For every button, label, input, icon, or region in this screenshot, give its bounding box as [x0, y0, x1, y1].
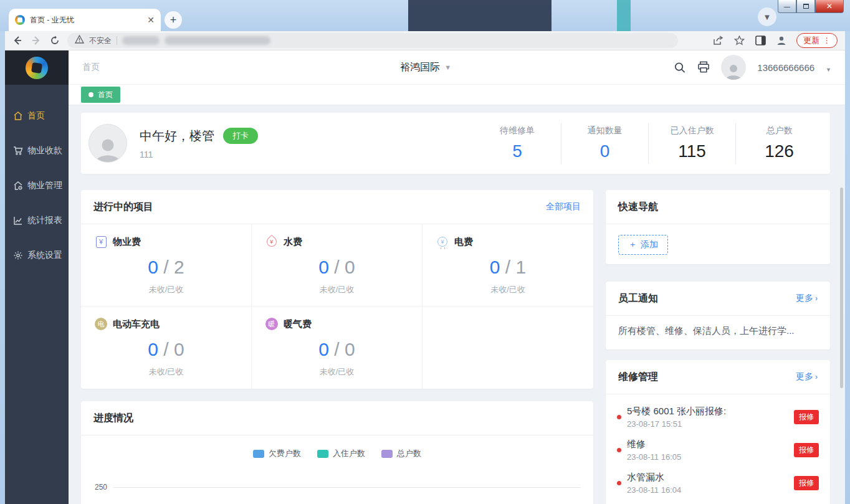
project-electric-fee[interactable]: ¥ 电费 0 / 1 未收/已收	[423, 224, 593, 307]
home-icon	[13, 111, 23, 121]
sidebar-item-property-payment[interactable]: 物业收款	[5, 133, 69, 168]
repair-time: 23-08-17 15:51	[627, 419, 788, 429]
card-title: 进度情况	[93, 412, 133, 425]
punch-in-button[interactable]: 打卡	[223, 128, 258, 144]
legend-swatch-icon	[381, 450, 393, 458]
stats-row: 待维修单 5 通知数量 0 已入住户数 115 总户数	[474, 123, 823, 164]
repair-time: 23-08-11 16:04	[627, 485, 788, 495]
notice-text[interactable]: 所有楼管、维修、保洁人员，上午进行学...	[606, 316, 830, 346]
staff-notices-card: 员工通知 更多› 所有楼管、维修、保洁人员，上午进行学...	[606, 282, 830, 349]
share-icon[interactable]	[712, 34, 724, 47]
app-window: 首页 物业收款 物业管理 统计报表 系统设置	[5, 50, 845, 504]
card-title: 员工通知	[618, 292, 658, 305]
active-tab-label: 首页	[98, 90, 113, 100]
stat-label: 待维修单	[474, 125, 561, 136]
legend-total[interactable]: 总户数	[381, 448, 421, 459]
repairs-more-link[interactable]: 更多›	[796, 371, 818, 383]
sidebar-item-statistics[interactable]: 统计报表	[5, 203, 69, 238]
electric-fee-icon: ¥	[436, 235, 449, 248]
company-name: 裕鸿国际	[400, 61, 440, 74]
address-bar[interactable]: 不安全	[67, 33, 678, 48]
legend-overdue[interactable]: 欠费户数	[253, 448, 301, 459]
company-selector[interactable]: 裕鸿国际 ▼	[400, 61, 451, 74]
close-button[interactable]: ✕	[815, 0, 844, 13]
repair-item[interactable]: 水管漏水 23-08-11 16:04 报修	[617, 467, 819, 500]
stat-label: 通知数量	[561, 125, 648, 136]
browser-titlebar: 首页 - 业无忧 ✕ + ▼ — ✕	[0, 0, 850, 31]
screen: 首页 - 业无忧 ✕ + ▼ — ✕ 不安全	[0, 0, 850, 504]
chart-icon	[13, 216, 23, 226]
tab-search-chevron-icon[interactable]: ▼	[758, 7, 776, 26]
plus-icon: ＋	[628, 239, 637, 250]
notices-more-link[interactable]: 更多›	[796, 293, 818, 304]
paid-count: 2	[174, 257, 184, 277]
greeting-avatar	[88, 124, 127, 163]
progress-card: 进度情况 欠费户数 入住户数 总户数 250	[81, 401, 593, 504]
sidebar-nav: 首页 物业收款 物业管理 统计报表 系统设置	[5, 85, 69, 273]
project-name: 电动车充电	[113, 318, 160, 330]
repair-text: 水管漏水	[627, 472, 788, 483]
paid-count: 0	[345, 339, 355, 359]
back-icon[interactable]	[11, 34, 24, 47]
browser-toolbar: 不安全 更新 ⋮	[5, 31, 845, 50]
project-heating-fee[interactable]: 暖 暖气费 0 / 0 未收/已收	[252, 307, 423, 389]
all-projects-link[interactable]: 全部项目	[546, 201, 581, 212]
print-icon[interactable]	[697, 61, 710, 74]
value-separator: /	[329, 339, 345, 359]
page-scrollbar[interactable]	[840, 188, 843, 388]
toolbar-actions: 更新 ⋮	[712, 33, 839, 48]
forward-icon[interactable]	[30, 34, 42, 47]
reload-icon[interactable]	[49, 34, 61, 47]
active-dot-icon	[88, 92, 93, 97]
tab-close-icon[interactable]: ✕	[147, 15, 155, 25]
breadcrumb[interactable]: 首页	[82, 62, 100, 73]
minimize-button[interactable]: —	[778, 0, 796, 13]
chrome-update-button[interactable]: 更新 ⋮	[796, 33, 838, 48]
paid-count: 1	[516, 257, 527, 277]
background-window-fragment	[617, 0, 631, 31]
paid-count: 0	[345, 257, 355, 277]
sidebar-item-property-management[interactable]: 物业管理	[5, 168, 69, 203]
profile-icon[interactable]	[775, 34, 788, 47]
search-icon[interactable]	[674, 61, 686, 74]
maximize-button[interactable]	[796, 0, 815, 13]
browser-tab[interactable]: 首页 - 业无忧 ✕	[9, 9, 161, 31]
repair-badge: 报修	[794, 443, 819, 457]
unpaid-count: 0	[318, 339, 329, 359]
project-water-fee[interactable]: ¥ 水费 0 / 0 未收/已收	[252, 224, 423, 307]
y-axis-tick: 250	[95, 483, 107, 492]
project-property-fee[interactable]: ¥ 物业费 0 / 2 未收/已收	[81, 224, 252, 307]
greeting-message: 中午好，楼管	[140, 128, 214, 145]
sidebar-item-settings[interactable]: 系统设置	[5, 238, 69, 273]
chevron-right-icon: ›	[815, 294, 818, 303]
sidebar-item-label: 首页	[27, 110, 45, 121]
value-separator: /	[329, 257, 345, 277]
chart-legend: 欠费户数 入住户数 总户数	[81, 448, 593, 459]
user-avatar[interactable]	[721, 55, 746, 80]
user-phone[interactable]: 13666666666	[757, 62, 814, 73]
active-page-tab[interactable]: 首页	[81, 87, 120, 103]
logo-block	[5, 50, 69, 85]
menu-kebab-icon[interactable]: ⋮	[823, 36, 831, 45]
repair-badge: 报修	[794, 476, 819, 490]
repair-time: 23-08-11 16:05	[627, 452, 788, 462]
sidebar-item-home[interactable]: 首页	[5, 98, 69, 133]
repair-item[interactable]: 维修 23-08-11 16:05 报修	[617, 434, 819, 467]
stat-value: 0	[561, 141, 648, 161]
chevron-down-icon: ▼	[444, 64, 451, 71]
ev-charging-icon: 电	[95, 318, 107, 330]
bookmark-star-icon[interactable]	[733, 34, 745, 47]
chevron-down-icon[interactable]: ▼	[826, 67, 831, 73]
project-ev-charging[interactable]: 电 电动车充电 0 / 0 未收/已收	[81, 307, 252, 389]
add-shortcut-button[interactable]: ＋ 添加	[618, 235, 668, 255]
repair-item[interactable]: 5号楼 6001 张小丽报修: 23-08-17 15:51 报修	[617, 401, 819, 434]
not-secure-warning-icon[interactable]	[75, 35, 84, 46]
side-panel-icon[interactable]	[754, 34, 766, 47]
repair-management-card: 维修管理 更多› 5号楼 6001 张小丽报修: 23-08-17 15:51	[606, 360, 830, 504]
stat-label: 已入住户数	[649, 125, 735, 136]
card-title: 快速导航	[618, 201, 658, 214]
redacted-url-fragment	[165, 36, 270, 45]
new-tab-button[interactable]: +	[165, 11, 182, 29]
legend-occupied[interactable]: 入住户数	[317, 448, 365, 459]
card-title: 进行中的项目	[93, 201, 153, 214]
